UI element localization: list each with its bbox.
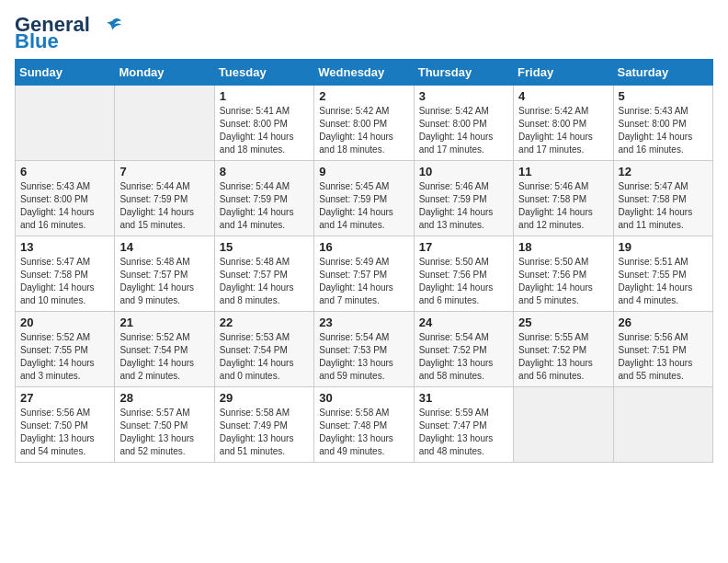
day-info: Sunrise: 5:49 AM Sunset: 7:57 PM Dayligh… <box>319 256 408 307</box>
calendar-cell: 20Sunrise: 5:52 AM Sunset: 7:55 PM Dayli… <box>16 312 115 387</box>
day-info: Sunrise: 5:42 AM Sunset: 8:00 PM Dayligh… <box>319 105 408 156</box>
calendar-cell: 22Sunrise: 5:53 AM Sunset: 7:54 PM Dayli… <box>214 312 313 387</box>
day-number: 19 <box>619 240 708 254</box>
weekday-header-wednesday: Wednesday <box>314 60 414 86</box>
calendar-cell <box>613 387 712 463</box>
calendar-week-row: 13Sunrise: 5:47 AM Sunset: 7:58 PM Dayli… <box>16 236 713 312</box>
calendar-cell: 24Sunrise: 5:54 AM Sunset: 7:52 PM Dayli… <box>414 312 513 387</box>
calendar-cell: 7Sunrise: 5:44 AM Sunset: 7:59 PM Daylig… <box>115 161 214 236</box>
day-info: Sunrise: 5:57 AM Sunset: 7:50 PM Dayligh… <box>119 407 209 458</box>
day-number: 18 <box>518 240 608 254</box>
calendar-cell: 15Sunrise: 5:48 AM Sunset: 7:57 PM Dayli… <box>214 236 313 312</box>
day-info: Sunrise: 5:50 AM Sunset: 7:56 PM Dayligh… <box>419 256 508 307</box>
page-header: General Blue <box>15 15 713 52</box>
day-number: 14 <box>119 240 209 254</box>
calendar-cell <box>16 86 115 161</box>
day-info: Sunrise: 5:47 AM Sunset: 7:58 PM Dayligh… <box>20 256 109 307</box>
day-number: 6 <box>20 165 109 178</box>
day-info: Sunrise: 5:53 AM Sunset: 7:54 PM Dayligh… <box>220 331 309 383</box>
day-info: Sunrise: 5:42 AM Sunset: 8:00 PM Dayligh… <box>518 105 608 156</box>
calendar-week-row: 27Sunrise: 5:56 AM Sunset: 7:50 PM Dayli… <box>16 387 713 463</box>
calendar-week-row: 20Sunrise: 5:52 AM Sunset: 7:55 PM Dayli… <box>16 312 713 387</box>
day-number: 9 <box>319 165 408 178</box>
day-number: 11 <box>518 165 608 178</box>
calendar-cell: 19Sunrise: 5:51 AM Sunset: 7:55 PM Dayli… <box>613 236 712 312</box>
weekday-header-monday: Monday <box>115 60 214 86</box>
day-info: Sunrise: 5:58 AM Sunset: 7:49 PM Dayligh… <box>220 407 309 458</box>
day-info: Sunrise: 5:50 AM Sunset: 7:56 PM Dayligh… <box>518 256 608 307</box>
day-number: 13 <box>20 240 109 254</box>
day-number: 4 <box>518 89 608 103</box>
day-number: 10 <box>419 165 508 178</box>
weekday-header-sunday: Sunday <box>16 60 115 86</box>
day-number: 25 <box>518 316 608 329</box>
calendar-cell: 11Sunrise: 5:46 AM Sunset: 7:58 PM Dayli… <box>514 161 613 236</box>
calendar-cell: 17Sunrise: 5:50 AM Sunset: 7:56 PM Dayli… <box>414 236 513 312</box>
day-number: 29 <box>220 391 309 405</box>
day-number: 31 <box>419 391 508 405</box>
day-number: 27 <box>20 391 109 405</box>
calendar-cell: 28Sunrise: 5:57 AM Sunset: 7:50 PM Dayli… <box>115 387 214 463</box>
day-info: Sunrise: 5:52 AM Sunset: 7:55 PM Dayligh… <box>20 331 109 383</box>
logo-bird-icon <box>94 14 123 43</box>
day-info: Sunrise: 5:54 AM Sunset: 7:52 PM Dayligh… <box>419 331 508 383</box>
day-info: Sunrise: 5:46 AM Sunset: 7:58 PM Dayligh… <box>518 180 608 232</box>
day-number: 22 <box>220 316 309 329</box>
calendar-cell: 14Sunrise: 5:48 AM Sunset: 7:57 PM Dayli… <box>115 236 214 312</box>
day-number: 17 <box>419 240 508 254</box>
calendar-cell: 6Sunrise: 5:43 AM Sunset: 8:00 PM Daylig… <box>16 161 115 236</box>
calendar-cell: 8Sunrise: 5:44 AM Sunset: 7:59 PM Daylig… <box>214 161 313 236</box>
day-number: 28 <box>119 391 209 405</box>
day-info: Sunrise: 5:41 AM Sunset: 8:00 PM Dayligh… <box>220 105 309 156</box>
day-number: 7 <box>119 165 209 178</box>
day-info: Sunrise: 5:56 AM Sunset: 7:51 PM Dayligh… <box>619 331 708 383</box>
calendar-cell: 2Sunrise: 5:42 AM Sunset: 8:00 PM Daylig… <box>314 86 414 161</box>
calendar-cell: 18Sunrise: 5:50 AM Sunset: 7:56 PM Dayli… <box>514 236 613 312</box>
weekday-header-tuesday: Tuesday <box>214 60 313 86</box>
day-number: 23 <box>319 316 408 329</box>
day-info: Sunrise: 5:48 AM Sunset: 7:57 PM Dayligh… <box>220 256 309 307</box>
calendar-week-row: 1Sunrise: 5:41 AM Sunset: 8:00 PM Daylig… <box>16 86 713 161</box>
day-number: 30 <box>319 391 408 405</box>
calendar-cell: 27Sunrise: 5:56 AM Sunset: 7:50 PM Dayli… <box>16 387 115 463</box>
calendar-cell: 12Sunrise: 5:47 AM Sunset: 7:58 PM Dayli… <box>613 161 712 236</box>
day-number: 1 <box>220 89 309 103</box>
day-info: Sunrise: 5:58 AM Sunset: 7:48 PM Dayligh… <box>319 407 408 458</box>
calendar-cell: 21Sunrise: 5:52 AM Sunset: 7:54 PM Dayli… <box>115 312 214 387</box>
logo-blue: Blue <box>15 31 90 52</box>
calendar-week-row: 6Sunrise: 5:43 AM Sunset: 8:00 PM Daylig… <box>16 161 713 236</box>
day-number: 5 <box>619 89 708 103</box>
day-number: 24 <box>419 316 508 329</box>
day-info: Sunrise: 5:42 AM Sunset: 8:00 PM Dayligh… <box>419 105 508 156</box>
day-info: Sunrise: 5:43 AM Sunset: 8:00 PM Dayligh… <box>619 105 708 156</box>
day-info: Sunrise: 5:44 AM Sunset: 7:59 PM Dayligh… <box>220 180 309 232</box>
calendar-cell: 26Sunrise: 5:56 AM Sunset: 7:51 PM Dayli… <box>613 312 712 387</box>
calendar-table: SundayMondayTuesdayWednesdayThursdayFrid… <box>15 59 713 463</box>
day-number: 20 <box>20 316 109 329</box>
calendar-cell: 30Sunrise: 5:58 AM Sunset: 7:48 PM Dayli… <box>314 387 414 463</box>
day-number: 26 <box>619 316 708 329</box>
day-number: 3 <box>419 89 508 103</box>
day-number: 12 <box>619 165 708 178</box>
day-number: 21 <box>119 316 209 329</box>
calendar-cell <box>115 86 214 161</box>
calendar-cell: 5Sunrise: 5:43 AM Sunset: 8:00 PM Daylig… <box>613 86 712 161</box>
calendar-cell <box>514 387 613 463</box>
day-info: Sunrise: 5:55 AM Sunset: 7:52 PM Dayligh… <box>518 331 608 383</box>
calendar-cell: 25Sunrise: 5:55 AM Sunset: 7:52 PM Dayli… <box>514 312 613 387</box>
calendar-cell: 16Sunrise: 5:49 AM Sunset: 7:57 PM Dayli… <box>314 236 414 312</box>
calendar-cell: 23Sunrise: 5:54 AM Sunset: 7:53 PM Dayli… <box>314 312 414 387</box>
calendar-cell: 4Sunrise: 5:42 AM Sunset: 8:00 PM Daylig… <box>514 86 613 161</box>
day-info: Sunrise: 5:59 AM Sunset: 7:47 PM Dayligh… <box>419 407 508 458</box>
day-info: Sunrise: 5:47 AM Sunset: 7:58 PM Dayligh… <box>619 180 708 232</box>
day-info: Sunrise: 5:48 AM Sunset: 7:57 PM Dayligh… <box>119 256 209 307</box>
calendar-cell: 31Sunrise: 5:59 AM Sunset: 7:47 PM Dayli… <box>414 387 513 463</box>
calendar-cell: 3Sunrise: 5:42 AM Sunset: 8:00 PM Daylig… <box>414 86 513 161</box>
day-info: Sunrise: 5:51 AM Sunset: 7:55 PM Dayligh… <box>619 256 708 307</box>
weekday-header-saturday: Saturday <box>613 60 712 86</box>
weekday-header-thursday: Thursday <box>414 60 513 86</box>
day-info: Sunrise: 5:45 AM Sunset: 7:59 PM Dayligh… <box>319 180 408 232</box>
day-number: 2 <box>319 89 408 103</box>
day-number: 8 <box>220 165 309 178</box>
day-info: Sunrise: 5:44 AM Sunset: 7:59 PM Dayligh… <box>119 180 209 232</box>
